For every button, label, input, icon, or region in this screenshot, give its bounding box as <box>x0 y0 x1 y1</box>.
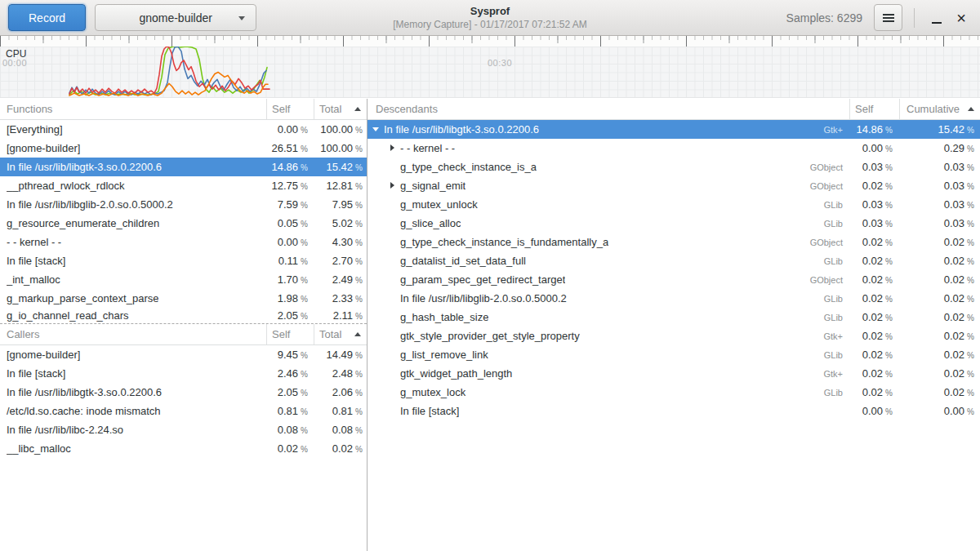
symbol-cell: - - kernel - - <box>368 139 849 158</box>
expander-spacer <box>388 345 400 364</box>
column-header-descendants[interactable]: Descendants <box>368 99 849 119</box>
table-row[interactable]: g_mutex_lockGLib0.02%0.02% <box>368 383 980 402</box>
table-row[interactable]: g_type_check_instance_is_fundamentally_a… <box>368 233 980 251</box>
table-row[interactable]: g_markup_parse_context_parse1.98%2.33% <box>0 289 367 308</box>
table-row[interactable]: __pthread_rwlock_rdlock12.75%12.81% <box>0 176 367 195</box>
close-button[interactable]: × <box>949 5 973 31</box>
table-row[interactable]: In file [stack]0.11%2.70% <box>0 251 367 270</box>
table-row[interactable]: [Everything]0.00%100.00% <box>0 120 367 139</box>
library-tag: GLib <box>817 350 849 360</box>
symbol-name: __pthread_rwlock_rdlock <box>7 180 125 192</box>
cpu-graph[interactable]: CPU 00:00 00:30 <box>0 47 980 98</box>
table-row[interactable]: In file [stack]0.00%0.00% <box>368 402 980 420</box>
symbol-name: In file [stack] <box>400 405 459 417</box>
self-percent-value: 0.02 <box>862 255 883 267</box>
table-row[interactable]: g_slice_allocGLib0.03%0.03% <box>368 214 980 233</box>
column-header-functions[interactable]: Functions <box>0 99 266 119</box>
library-tag: GLib <box>817 313 849 322</box>
library-tag: GLib <box>817 200 849 210</box>
self-percent: 2.05% <box>266 386 314 398</box>
table-row[interactable]: g_list_remove_linkGLib0.02%0.02% <box>368 345 980 364</box>
table-row[interactable]: In file /usr/lib/libgtk-3.so.0.2200.62.0… <box>0 383 367 402</box>
table-row[interactable]: [gnome-builder]26.51%100.00% <box>0 139 367 158</box>
table-row[interactable]: gtk_widget_path_lengthGtk+0.02%0.02% <box>368 364 980 383</box>
library-tag: Gtk+ <box>817 331 849 341</box>
expander-spacer <box>388 158 400 176</box>
table-row[interactable]: - - kernel - -0.00%4.30% <box>0 233 367 251</box>
table-row[interactable]: g_signal_emitGObject0.02%0.03% <box>368 176 980 195</box>
table-row[interactable]: In file [stack]2.46%2.48% <box>0 364 367 383</box>
symbol-cell: g_io_channel_read_chars <box>0 308 266 323</box>
cumulative-percent: 15.42% <box>899 123 980 136</box>
self-percent-value: 1.70 <box>278 273 298 286</box>
percent-sign: % <box>301 276 308 285</box>
process-selector-dropdown[interactable]: gnome-builder <box>95 4 256 31</box>
column-header-total[interactable]: Total <box>314 324 367 344</box>
expander-spacer <box>388 195 400 214</box>
symbol-name: [Everything] <box>7 123 63 136</box>
table-row[interactable]: g_type_check_instance_is_aGObject0.03%0.… <box>368 158 980 176</box>
percent-sign: % <box>885 407 893 416</box>
percent-sign: % <box>967 313 974 322</box>
percent-sign: % <box>967 389 974 398</box>
self-percent-value: 0.81 <box>278 405 298 417</box>
table-row[interactable]: [gnome-builder]9.45%14.49% <box>0 345 367 364</box>
table-row[interactable]: _int_malloc1.70%2.49% <box>0 270 367 289</box>
percent-sign: % <box>355 407 363 416</box>
table-row[interactable]: g_hash_table_sizeGLib0.02%0.02% <box>368 308 980 327</box>
symbol-name: g_io_channel_read_chars <box>7 309 129 322</box>
percent-sign: % <box>301 220 308 229</box>
table-row[interactable]: gtk_style_provider_get_style_propertyGtk… <box>368 327 980 345</box>
table-row[interactable]: In file /usr/lib/libglib-2.0.so.0.5000.2… <box>0 195 367 214</box>
expander-closed-icon[interactable] <box>388 176 400 195</box>
cumulative-percent-value: 0.00 <box>944 405 964 417</box>
callers-table-header: Callers Self Total <box>0 324 367 345</box>
table-row[interactable]: g_datalist_id_set_data_fullGLib0.02%0.02… <box>368 251 980 270</box>
symbol-cell: - - kernel - - <box>0 233 266 251</box>
expander-spacer <box>388 214 400 233</box>
total-percent: 0.81% <box>314 405 367 417</box>
self-percent: 1.70% <box>266 273 314 286</box>
self-percent-value: 0.02 <box>862 367 883 380</box>
cpu-timeline[interactable]: CPU 00:00 00:30 <box>0 36 980 99</box>
table-row[interactable]: g_io_channel_read_chars2.05%2.11% <box>0 308 367 324</box>
column-header-total[interactable]: Total <box>314 99 367 119</box>
percent-sign: % <box>967 182 974 191</box>
column-header-callers[interactable]: Callers <box>0 324 266 344</box>
menu-button[interactable] <box>874 4 902 31</box>
library-tag: GObject <box>804 275 849 285</box>
record-button[interactable]: Record <box>8 4 86 31</box>
table-row[interactable]: g_resource_enumerate_children0.05%5.02% <box>0 214 367 233</box>
table-row[interactable]: In file /usr/lib/libgtk-3.so.0.2200.6Gtk… <box>368 120 980 139</box>
column-header-self[interactable]: Self <box>849 99 899 119</box>
minimize-button[interactable] <box>924 5 949 31</box>
self-percent: 0.02% <box>266 442 314 455</box>
table-row[interactable]: - - kernel - -0.00%0.29% <box>368 139 980 158</box>
expander-open-icon[interactable] <box>372 120 384 139</box>
column-header-self[interactable]: Self <box>266 99 314 119</box>
self-percent: 0.02% <box>849 330 899 342</box>
table-row[interactable]: g_param_spec_get_redirect_targetGObject0… <box>368 270 980 289</box>
table-row[interactable]: g_mutex_unlockGLib0.03%0.03% <box>368 195 980 214</box>
self-percent: 0.00% <box>266 123 314 136</box>
symbol-cell: g_param_spec_get_redirect_targetGObject <box>368 270 849 289</box>
cumulative-percent: 0.02% <box>899 273 980 286</box>
expander-closed-icon[interactable] <box>388 139 400 158</box>
symbol-cell: g_list_remove_linkGLib <box>368 345 849 364</box>
column-header-cumulative[interactable]: Cumulative <box>899 99 980 119</box>
column-header-self[interactable]: Self <box>266 324 314 344</box>
timeline-ruler[interactable] <box>0 36 980 47</box>
table-row[interactable]: In file /usr/lib/libglib-2.0.so.0.5000.2… <box>368 289 980 308</box>
table-row[interactable]: __libc_malloc0.02%0.02% <box>0 439 367 458</box>
symbol-cell: g_slice_allocGLib <box>368 214 849 233</box>
tree-indent <box>368 195 388 214</box>
tree-indent <box>368 233 388 251</box>
percent-sign: % <box>885 370 893 379</box>
table-row[interactable]: In file /usr/lib/libc-2.24.so0.08%0.08% <box>0 420 367 439</box>
tree-indent <box>368 327 388 345</box>
percent-sign: % <box>885 332 893 341</box>
table-row[interactable]: /etc/ld.so.cache: inode mismatch0.81%0.8… <box>0 402 367 420</box>
symbol-cell: In file /usr/lib/libgtk-3.so.0.2200.6Gtk… <box>368 120 849 139</box>
symbol-cell: __libc_malloc <box>0 439 266 458</box>
table-row[interactable]: In file /usr/lib/libgtk-3.so.0.2200.614.… <box>0 158 367 176</box>
